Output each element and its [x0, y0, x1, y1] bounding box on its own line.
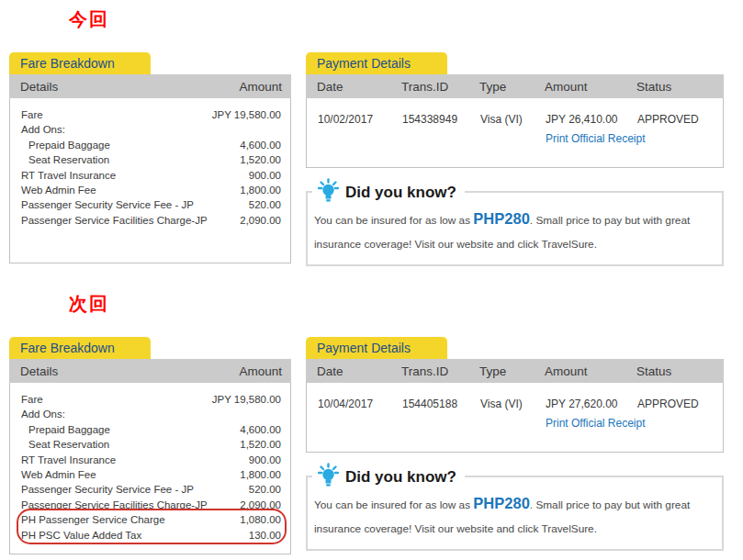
fare-row-label: Web Admin Fee [21, 183, 96, 197]
did-you-know-legend: Did you know? [312, 178, 465, 207]
fare-row-amount: 520.00 [243, 482, 281, 497]
print-official-receipt-link[interactable]: Print Official Receipt [546, 417, 646, 430]
lightbulb-icon [318, 463, 339, 492]
status-column-header: Status [636, 80, 671, 94]
trans-id-column-header: Trans.ID [401, 80, 479, 94]
details-column-header: Details [20, 364, 58, 378]
fare-row-amount: 1,800.00 [234, 183, 281, 197]
payment-details-tab: Payment Details [306, 337, 447, 359]
fare-row-amount: 130.00 [243, 528, 281, 543]
period-label: 次回 [69, 292, 109, 317]
fare-row-amount: 1,520.00 [234, 437, 281, 452]
fare-row-amount: 900.00 [243, 453, 281, 467]
payment-type: Visa (VI) [480, 398, 546, 410]
period-section-next: 次回 Fare Breakdown Details Amount FareJPY… [0, 285, 743, 560]
fare-row: Seat Reservation1,520.00 [21, 152, 281, 167]
fare-row: FareJPY 19,580.00 [21, 107, 281, 122]
php-price-highlight: PHP280 [473, 210, 529, 227]
fare-row: Web Admin Fee1,800.00 [21, 183, 281, 197]
status-column-header: Status [636, 364, 671, 378]
fare-row: PH Passenger Service Charge1,080.00 [21, 512, 281, 527]
fare-row-amount: 1,520.00 [234, 152, 281, 167]
payment-details-panel: Payment Details Date Trans.ID Type Amoun… [306, 52, 724, 168]
amount-column-header: Amount [545, 364, 636, 378]
payment-details-tab: Payment Details [306, 52, 447, 74]
payment-row: 10/02/2017 154338949 Visa (VI) JPY 26,41… [318, 113, 714, 126]
payment-row: 10/04/2017 154405188 Visa (VI) JPY 27,62… [318, 398, 714, 410]
fare-row-label: RT Travel Insurance [21, 168, 116, 183]
circled-rows-group: PH Passenger Service Charge1,080.00PH PS… [21, 512, 281, 543]
did-you-know-box: Did you know? You can be insured for as … [306, 476, 724, 551]
fare-row-amount: JPY 19,580.00 [207, 107, 281, 122]
fare-row: Seat Reservation1,520.00 [21, 437, 281, 452]
fare-row-label: Add Ons: [21, 407, 65, 421]
fare-row-label: Fare [21, 107, 43, 122]
payment-table-body: 10/04/2017 154405188 Visa (VI) JPY 27,62… [306, 383, 724, 453]
fare-row-label: Passenger Security Service Fee - JP [21, 482, 194, 497]
fare-table-body: FareJPY 19,580.00Add Ons:Prepaid Baggage… [9, 383, 291, 554]
amount-column-header: Amount [239, 364, 282, 378]
fare-row-amount: 2,090.00 [234, 213, 281, 228]
fare-row-amount: 2,090.00 [234, 498, 281, 512]
did-you-know-box: Did you know? You can be insured for as … [306, 191, 724, 266]
print-official-receipt-link[interactable]: Print Official Receipt [546, 132, 646, 145]
fare-row: RT Travel Insurance900.00 [21, 453, 281, 467]
fare-row-label: Add Ons: [21, 122, 65, 137]
fare-row: Add Ons: [21, 122, 281, 137]
fare-row-label: Passenger Service Facilities Charge-JP [21, 213, 208, 228]
payment-date: 10/04/2017 [318, 398, 402, 410]
fare-table-header: Details Amount [9, 74, 291, 98]
did-you-know-title: Did you know? [345, 178, 456, 202]
fare-row-label: Prepaid Baggage [21, 138, 110, 152]
fare-row-amount: 520.00 [243, 197, 281, 212]
did-you-know-text: You can be insured for as low as PHP280.… [314, 491, 716, 541]
fare-row-label: Fare [21, 392, 43, 407]
period-section-current: 今回 Fare Breakdown Details Amount FareJPY… [0, 0, 743, 275]
fare-row: Prepaid Baggage4,600.00 [21, 138, 281, 152]
payment-table-header: Date Trans.ID Type Amount Status [306, 359, 724, 383]
fare-row-label: PH Passenger Service Charge [21, 512, 165, 527]
payment-trans-id: 154338949 [402, 113, 480, 126]
period-label: 今回 [69, 7, 109, 32]
trans-id-column-header: Trans.ID [401, 364, 479, 378]
fare-row: Passenger Service Facilities Charge-JP2,… [21, 213, 281, 228]
fare-row-amount: 4,600.00 [234, 422, 281, 437]
type-column-header: Type [479, 364, 545, 378]
fare-row-label: Seat Reservation [21, 152, 109, 167]
payment-trans-id: 154405188 [402, 398, 480, 410]
php-price-highlight: PHP280 [473, 495, 529, 511]
fare-row: Web Admin Fee1,800.00 [21, 467, 281, 482]
fare-row-label: PH PSC Value Added Tax [21, 528, 141, 543]
payment-details-panel: Payment Details Date Trans.ID Type Amoun… [306, 337, 724, 453]
fare-row-amount: 1,080.00 [234, 512, 281, 527]
payment-table-header: Date Trans.ID Type Amount Status [306, 74, 724, 98]
fare-row-label: Passenger Service Facilities Charge-JP [21, 498, 208, 512]
fare-row: Add Ons: [21, 407, 281, 421]
fare-row-amount: 4,600.00 [234, 138, 281, 152]
payment-type: Visa (VI) [480, 113, 546, 126]
fare-row-label: RT Travel Insurance [21, 453, 116, 467]
fare-breakdown-panel: Fare Breakdown Details Amount FareJPY 19… [9, 337, 291, 554]
fare-breakdown-panel: Fare Breakdown Details Amount FareJPY 19… [9, 52, 291, 263]
fare-row: Prepaid Baggage4,600.00 [21, 422, 281, 437]
payment-date: 10/02/2017 [318, 113, 402, 126]
fare-row: FareJPY 19,580.00 [21, 392, 281, 407]
fare-row-label: Seat Reservation [21, 437, 109, 452]
amount-column-header: Amount [545, 80, 636, 94]
fare-row-amount: 1,800.00 [234, 467, 281, 482]
did-you-know-title: Did you know? [345, 463, 456, 487]
fare-row-label: Prepaid Baggage [21, 422, 110, 437]
date-column-header: Date [317, 364, 401, 378]
fare-row: RT Travel Insurance900.00 [21, 168, 281, 183]
lightbulb-icon [318, 178, 339, 207]
fare-breakdown-tab: Fare Breakdown [9, 337, 151, 359]
fare-table-body: FareJPY 19,580.00Add Ons:Prepaid Baggage… [9, 98, 291, 263]
payment-status: APPROVED [637, 398, 699, 410]
fare-row-label: Web Admin Fee [21, 467, 96, 482]
payment-table-body: 10/02/2017 154338949 Visa (VI) JPY 26,41… [306, 98, 724, 168]
fare-row-amount: 900.00 [243, 168, 281, 183]
fare-row: Passenger Security Service Fee - JP520.0… [21, 197, 281, 212]
fare-row: Passenger Security Service Fee - JP520.0… [21, 482, 281, 497]
did-you-know-text: You can be insured for as low as PHP280.… [314, 207, 716, 256]
fare-row-label: Passenger Security Service Fee - JP [21, 197, 194, 212]
